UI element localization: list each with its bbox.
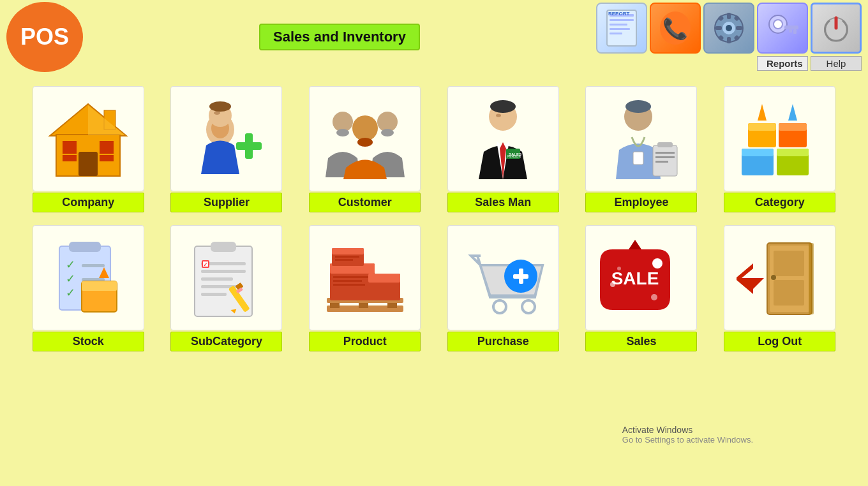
header-icons: REPORT 📞	[596, 3, 862, 54]
svg-rect-29	[63, 155, 77, 161]
purchase-item[interactable]: Purchase	[440, 225, 566, 351]
svg-point-114	[493, 300, 506, 313]
company-item[interactable]: Company	[26, 86, 151, 212]
svg-rect-28	[63, 141, 77, 154]
salesman-item[interactable]: SALES PERSON Sales Man	[440, 86, 566, 212]
svg-rect-12	[727, 13, 731, 19]
header-labels: Reports Help	[757, 56, 862, 71]
pos-logo: POS	[6, 2, 83, 72]
svg-rect-15	[736, 26, 742, 30]
logout-label: Log Out	[724, 332, 835, 351]
customer-label: Customer	[309, 193, 421, 212]
svg-rect-128	[774, 280, 804, 306]
product-label: Product	[309, 332, 421, 351]
svg-rect-3	[610, 24, 627, 26]
sales-item[interactable]: SALE Sales	[579, 225, 705, 351]
svg-point-122	[610, 282, 615, 287]
svg-point-56	[625, 100, 651, 113]
help-label[interactable]: Help	[811, 56, 862, 71]
stock-icon-box: ✓ ✓ ✓	[33, 225, 144, 330]
logo-text: POS	[20, 24, 69, 50]
svg-rect-31	[100, 155, 114, 161]
header: POS Sales and Inventory REPORT	[0, 0, 868, 73]
svg-rect-68	[748, 123, 776, 131]
sales-icon-box: SALE	[585, 225, 697, 330]
svg-rect-57	[633, 152, 643, 165]
customer-icon-box	[309, 86, 421, 191]
salesman-label: Sales Man	[447, 193, 559, 212]
svg-rect-88	[201, 277, 233, 281]
svg-rect-32	[79, 152, 98, 176]
svg-rect-22	[784, 26, 798, 29]
employee-item[interactable]: Employee	[579, 86, 705, 212]
svg-point-121	[652, 258, 662, 269]
svg-rect-64	[742, 149, 774, 156]
category-item[interactable]: Category	[717, 86, 842, 212]
key-button[interactable]	[757, 3, 808, 54]
svg-point-21	[774, 20, 782, 29]
svg-rect-41	[245, 133, 253, 159]
svg-rect-30	[100, 141, 114, 154]
svg-point-124	[651, 294, 657, 300]
help-phone-button[interactable]: 📞	[650, 3, 701, 54]
svg-point-44	[352, 115, 378, 141]
power-button[interactable]	[811, 3, 862, 54]
product-icon-box	[309, 225, 421, 330]
settings-button[interactable]	[703, 3, 754, 54]
company-label: Company	[33, 193, 144, 212]
svg-text:📞: 📞	[662, 17, 688, 41]
reports-label[interactable]: Reports	[757, 56, 808, 71]
svg-rect-76	[82, 264, 105, 267]
category-icon-box	[724, 86, 835, 191]
svg-rect-111	[335, 256, 359, 258]
svg-rect-127	[774, 251, 804, 276]
subcategory-label: SubCategory	[170, 332, 282, 351]
header-right: REPORT 📞	[596, 3, 862, 71]
windows-watermark: Activate Windows Go to Settings to activ…	[622, 425, 753, 445]
product-item[interactable]: Product	[302, 225, 428, 351]
svg-text:PERSON: PERSON	[507, 154, 521, 158]
svg-point-39	[209, 101, 231, 112]
svg-marker-130	[737, 263, 764, 294]
svg-rect-70	[779, 123, 807, 131]
svg-rect-23	[793, 29, 797, 34]
svg-rect-87	[201, 270, 246, 273]
customer-item[interactable]: Customer	[302, 86, 428, 212]
watermark-line1: Activate Windows	[622, 425, 753, 435]
svg-rect-74	[69, 242, 101, 252]
svg-rect-14	[715, 26, 722, 30]
svg-text:REPORT: REPORT	[608, 11, 629, 17]
subcategory-item[interactable]: ✓ SubCategory	[164, 225, 290, 351]
svg-rect-108	[368, 274, 400, 283]
svg-rect-13	[727, 37, 731, 43]
employee-icon-box	[585, 86, 697, 191]
svg-text:✓: ✓	[66, 258, 75, 271]
supplier-item[interactable]: Supplier	[164, 86, 290, 212]
svg-point-49	[490, 100, 516, 113]
svg-text:✓: ✓	[203, 261, 208, 268]
svg-point-47	[357, 138, 373, 147]
svg-marker-119	[629, 240, 641, 249]
supplier-label: Supplier	[170, 193, 282, 212]
purchase-label: Purchase	[447, 332, 559, 351]
purchase-icon-box	[447, 225, 559, 330]
svg-point-50	[496, 114, 501, 117]
watermark-line2: Go to Settings to activate Windows.	[622, 435, 753, 445]
svg-rect-90	[201, 293, 227, 296]
svg-rect-60	[655, 152, 675, 154]
logout-item[interactable]: Log Out	[717, 225, 842, 351]
svg-rect-118	[519, 269, 523, 284]
svg-rect-2	[610, 19, 634, 21]
stock-item[interactable]: ✓ ✓ ✓ Stock	[26, 225, 151, 351]
svg-rect-105	[333, 280, 362, 282]
reports-button[interactable]: REPORT	[596, 3, 647, 54]
svg-text:✓: ✓	[66, 272, 75, 285]
app-title: Sales and Inventory	[259, 24, 420, 50]
grid-row2: ✓ ✓ ✓ Stock	[0, 219, 868, 358]
svg-point-123	[617, 267, 621, 270]
svg-marker-71	[758, 104, 767, 121]
svg-rect-82	[82, 281, 117, 291]
company-icon-box	[33, 86, 144, 191]
svg-rect-59	[657, 142, 673, 147]
svg-point-129	[771, 275, 776, 280]
